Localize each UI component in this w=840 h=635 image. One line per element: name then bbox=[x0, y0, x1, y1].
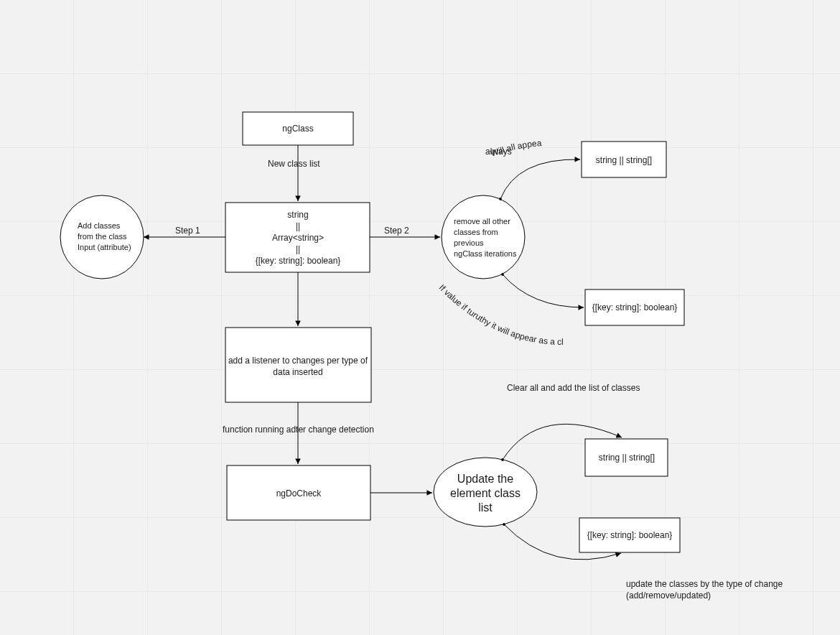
node-ngclass-label: ngClass bbox=[282, 124, 313, 134]
label-step1: Step 1 bbox=[175, 226, 200, 236]
node-string-or-array-2-label: string || string[] bbox=[599, 453, 655, 463]
node-type-line1: string bbox=[287, 210, 308, 220]
diagram-canvas: ngClass New class list string || Array<s… bbox=[0, 0, 840, 635]
node-remove-l1: remove all other bbox=[454, 217, 510, 226]
node-listener-l1: add a listener to changes per type of bbox=[228, 356, 368, 366]
node-remove-l2: classes from bbox=[454, 228, 498, 236]
label-update-by-type-l2: (add/remove/updated) bbox=[626, 590, 711, 601]
label-step2: Step 2 bbox=[384, 226, 409, 236]
label-if-truthy: If value if turuthy it will appear as a … bbox=[0, 0, 564, 347]
node-type-line4: || bbox=[296, 244, 300, 254]
node-add-classes-l1: Add classes bbox=[78, 221, 121, 230]
node-type-line3: Array<string> bbox=[272, 233, 324, 243]
edge-remove-to-keybool bbox=[503, 274, 584, 307]
node-remove-l4: ngClass iterations bbox=[454, 249, 517, 258]
node-keybool-1-label: {[key: string]: boolean} bbox=[592, 302, 678, 312]
node-update-l3: list bbox=[478, 501, 493, 514]
label-update-by-type-l1: update the classes by the type of change bbox=[626, 579, 783, 589]
node-add-classes-l2: from the class bbox=[78, 232, 127, 241]
label-after-cd: function running adter change detection bbox=[223, 425, 374, 435]
label-new-class-list: New class list bbox=[268, 159, 320, 169]
node-type-line5: {[key: string]: boolean} bbox=[256, 256, 341, 266]
node-update-l2: element class bbox=[450, 487, 521, 499]
node-type-line2: || bbox=[296, 221, 300, 231]
node-ngdocheck-label: ngDoCheck bbox=[276, 488, 322, 499]
node-remove-l3: previous bbox=[454, 238, 484, 247]
node-add-classes-l3: Input (attribute) bbox=[78, 243, 131, 251]
node-update-l1: Update the bbox=[457, 473, 513, 485]
label-always-appear-l2: always bbox=[485, 147, 512, 157]
node-keybool-2-label: {[key: string]: boolean} bbox=[587, 530, 673, 540]
node-remove-circle bbox=[442, 195, 525, 279]
node-listener-l2: data inserted bbox=[273, 367, 322, 377]
edge-remove-to-stringarr bbox=[500, 159, 580, 199]
label-clear-all: Clear all and add the list of classes bbox=[507, 383, 640, 393]
node-string-or-array-1-label: string || string[] bbox=[596, 155, 652, 165]
